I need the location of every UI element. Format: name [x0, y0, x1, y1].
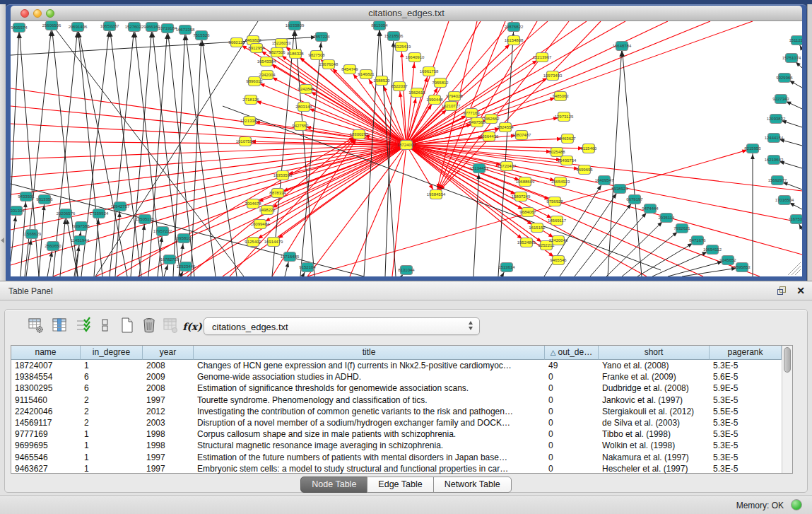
table-cell[interactable]: 0	[545, 417, 599, 428]
table-row[interactable]: 946362711997Embryonic stem cells: a mode…	[11, 463, 782, 474]
table-cell[interactable]: de Silva et al. (2003)	[599, 417, 710, 428]
table-cell[interactable]: 18724007	[11, 360, 81, 371]
table-cell[interactable]: 5.3E-5	[710, 428, 782, 440]
table-cell[interactable]: 0	[545, 452, 599, 463]
collapse-left-arrow-icon[interactable]	[1, 238, 4, 243]
table-cell[interactable]: 2008	[143, 360, 194, 371]
table-cell[interactable]: 5.3E-5	[710, 395, 782, 406]
table-cell[interactable]: 22420046	[11, 406, 81, 417]
table-cell[interactable]: 9777169	[11, 428, 81, 440]
table-cell[interactable]: Estimation of the future numbers of pati…	[194, 452, 545, 463]
table-cell[interactable]: 1998	[143, 428, 194, 440]
table-cell[interactable]: 0	[545, 463, 599, 474]
tab-edge-table[interactable]: Edge Table	[367, 477, 433, 493]
tab-node-table[interactable]: Node Table	[300, 477, 367, 493]
table-cell[interactable]: 0	[545, 395, 599, 406]
table-cell[interactable]: 2003	[143, 417, 194, 428]
table-cell[interactable]: 5.3E-5	[710, 417, 782, 428]
float-panel-icon[interactable]	[777, 286, 787, 296]
clear-selection-button[interactable]	[96, 317, 114, 335]
table-vertical-scrollbar[interactable]	[782, 346, 792, 473]
column-header-pagerank[interactable]: pagerank	[710, 346, 782, 360]
table-cell[interactable]: 9115460	[11, 395, 81, 406]
delete-table-button[interactable]	[162, 317, 180, 335]
table-cell[interactable]: Estimation of significance thresholds fo…	[194, 382, 545, 394]
table-cell[interactable]: 5.6E-5	[710, 371, 782, 382]
table-cell[interactable]: 0	[545, 371, 599, 382]
table-cell[interactable]: Disruption of a novel member of a sodium…	[194, 417, 545, 428]
table-cell[interactable]: 1	[81, 452, 143, 463]
table-cell[interactable]: 0	[545, 428, 599, 440]
table-cell[interactable]: 19384554	[11, 371, 81, 382]
table-cell[interactable]: 49	[545, 360, 599, 371]
create-column-button[interactable]	[119, 317, 137, 335]
table-cell[interactable]: 5.5E-5	[710, 406, 782, 417]
table-cell[interactable]: Jankovic et al. (1997)	[599, 395, 710, 406]
table-row[interactable]: 946554611997Estimation of the future num…	[11, 452, 782, 463]
table-cell[interactable]: 1997	[143, 463, 194, 474]
table-cell[interactable]: 2	[81, 395, 143, 406]
table-cell[interactable]: 1998	[143, 440, 194, 451]
table-cell[interactable]: 1997	[143, 395, 194, 406]
table-cell[interactable]: 5.3E-5	[710, 452, 782, 463]
table-cell[interactable]: Genome-wide association studies in ADHD.	[194, 371, 545, 382]
table-cell[interactable]: Franke et al. (2009)	[599, 371, 710, 382]
table-cell[interactable]: Yano et al. (2008)	[599, 360, 710, 371]
table-cell[interactable]: 5.3E-5	[710, 360, 782, 371]
table-cell[interactable]: Tourette syndrome. Phenomenology and cla…	[194, 395, 545, 406]
table-row[interactable]: 1938455462009Genome-wide association stu…	[11, 371, 782, 382]
table-cell[interactable]: 1	[81, 463, 143, 474]
tab-network-table[interactable]: Network Table	[433, 477, 512, 493]
table-row[interactable]: 977716911998Corpus callosum shape and si…	[11, 428, 782, 440]
table-cell[interactable]: 1	[81, 428, 143, 440]
column-visibility-button[interactable]	[51, 317, 69, 335]
column-header-short[interactable]: short	[599, 346, 710, 360]
column-header-name[interactable]: name	[11, 346, 81, 360]
table-cell[interactable]: 5.9E-5	[710, 382, 782, 394]
table-cell[interactable]: 5.3E-5	[710, 440, 782, 451]
delete-column-button[interactable]	[141, 317, 159, 335]
column-header-out_de[interactable]: △out_de…	[545, 346, 599, 360]
network-window-titlebar[interactable]: citations_edges.txt	[11, 6, 802, 21]
table-options-button[interactable]	[28, 317, 46, 335]
table-cell[interactable]: 0	[545, 406, 599, 417]
table-cell[interactable]: 18300295	[11, 382, 81, 394]
table-cell[interactable]: Structural magnetic resonance image aver…	[194, 440, 545, 451]
table-selector-dropdown[interactable]: citations_edges.txt	[204, 317, 480, 335]
column-header-in_degree[interactable]: in_degree	[81, 346, 143, 360]
column-header-title[interactable]: title	[194, 346, 545, 360]
table-cell[interactable]: 0	[545, 382, 599, 394]
scrollbar-thumb[interactable]	[784, 347, 791, 373]
table-cell[interactable]: 2012	[143, 406, 194, 417]
table-cell[interactable]: 0	[545, 440, 599, 451]
table-cell[interactable]: Wolkin et al. (1998)	[599, 440, 710, 451]
table-cell[interactable]: 6	[81, 382, 143, 394]
table-cell[interactable]: 9699695	[11, 440, 81, 451]
table-row[interactable]: 1456911722003Disruption of a novel membe…	[11, 417, 782, 428]
table-row[interactable]: 969969511998Structural magnetic resonanc…	[11, 440, 782, 451]
function-builder-button[interactable]: f(x)	[182, 318, 203, 337]
column-header-year[interactable]: year	[143, 346, 194, 360]
table-cell[interactable]: 9463627	[11, 463, 81, 474]
network-graph[interactable]: 1872400718300295152260539827506818632898…	[11, 21, 802, 276]
network-canvas[interactable]: 1872400718300295152260539827506818632898…	[11, 21, 802, 276]
table-cell[interactable]: Nakamura et al. (1997)	[599, 452, 710, 463]
table-cell[interactable]: 14569117	[11, 417, 81, 428]
table-cell[interactable]: 2	[81, 417, 143, 428]
close-panel-icon[interactable]: ✕	[796, 285, 805, 296]
table-row[interactable]: 1830029562008Estimation of significance …	[11, 382, 782, 394]
table-cell[interactable]: 1	[81, 440, 143, 451]
table-cell[interactable]: Corpus callosum shape and size in male p…	[194, 428, 545, 440]
left-panel-divider[interactable]	[0, 4, 6, 281]
table-row[interactable]: 2242004622012Investigating the contribut…	[11, 406, 782, 417]
table-cell[interactable]: Hescheler et al. (1997)	[599, 463, 710, 474]
table-row[interactable]: 911546021997Tourette syndrome. Phenomeno…	[11, 395, 782, 406]
table-cell[interactable]: 9465546	[11, 452, 81, 463]
table-cell[interactable]: 1	[81, 360, 143, 371]
right-panel-divider[interactable]	[807, 4, 812, 281]
table-cell[interactable]: 2008	[143, 382, 194, 394]
table-row[interactable]: 1872400712008Changes of HCN gene express…	[11, 360, 782, 371]
table-cell[interactable]: 2	[81, 406, 143, 417]
table-cell[interactable]: 5.3E-5	[710, 463, 782, 474]
table-cell[interactable]: 2009	[143, 371, 194, 382]
